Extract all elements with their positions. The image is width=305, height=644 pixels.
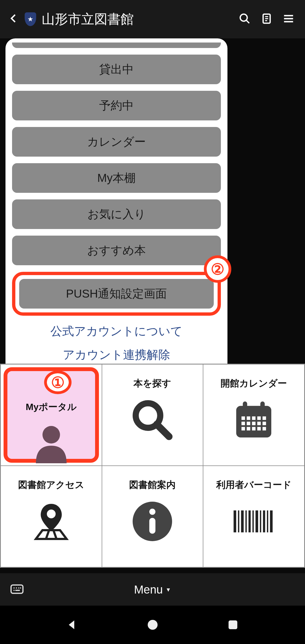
input-menu-bar: Menu ▼ [0, 573, 305, 606]
nav-back-icon[interactable] [64, 617, 80, 633]
svg-rect-23 [252, 422, 256, 425]
menu-item-myshelf[interactable]: My本棚 [12, 163, 221, 193]
svg-point-35 [149, 509, 155, 515]
bubble-top-edge [12, 43, 221, 48]
svg-rect-39 [241, 510, 244, 532]
keyboard-icon[interactable] [10, 582, 24, 597]
back-icon[interactable] [8, 11, 19, 27]
svg-point-50 [16, 587, 17, 589]
svg-rect-29 [257, 427, 261, 431]
grid-label: 図書館アクセス [18, 479, 84, 491]
svg-rect-40 [246, 510, 247, 532]
menu-item-favorites[interactable]: お気に入り [12, 199, 221, 229]
grid-cell-guide[interactable]: 図書館案内 [102, 466, 203, 567]
svg-point-51 [18, 587, 19, 589]
svg-point-55 [148, 620, 158, 630]
svg-line-1 [246, 20, 249, 23]
svg-rect-48 [11, 585, 23, 593]
svg-rect-14 [260, 402, 265, 410]
search-icon[interactable] [236, 13, 253, 26]
annotation-circle-1: ① [44, 371, 72, 394]
menu-bubble: 貸出中 予約中 カレンダー My本棚 お気に入り おすすめ本 ② PUSH通知設… [5, 38, 227, 381]
barcode-icon [232, 499, 276, 543]
svg-rect-36 [149, 518, 155, 534]
grid-label: Myポータル [26, 401, 77, 413]
svg-rect-44 [260, 510, 261, 532]
svg-rect-17 [247, 416, 250, 420]
svg-rect-45 [263, 510, 265, 532]
annotation-2-highlight: ② PUSH通知設定画面 [12, 272, 221, 316]
svg-line-32 [53, 530, 56, 539]
grid-label: 本を探す [133, 377, 171, 390]
svg-point-0 [240, 14, 247, 21]
annotation-circle-2: ② [204, 255, 231, 283]
menu-dropdown[interactable]: Menu ▼ [134, 583, 171, 596]
grid-menu: ① Myポータル 本を探す 開館カレンダー [0, 364, 305, 568]
grid-cell-access[interactable]: 図書館アクセス [1, 466, 102, 567]
document-icon[interactable] [258, 13, 275, 26]
menu-dropdown-label: Menu [134, 583, 163, 596]
svg-rect-13 [243, 402, 247, 410]
svg-rect-16 [241, 416, 245, 420]
menu-item-loans[interactable]: 貸出中 [12, 55, 221, 84]
grid-cell-myportal[interactable]: ① Myポータル [1, 364, 102, 466]
svg-rect-43 [256, 510, 258, 532]
svg-rect-21 [241, 422, 245, 425]
svg-rect-38 [238, 510, 240, 532]
svg-rect-22 [247, 422, 250, 425]
svg-rect-30 [263, 427, 266, 431]
menu-item-push-settings[interactable]: PUSH通知設定画面 [19, 279, 214, 309]
svg-point-53 [13, 590, 15, 591]
nav-recent-icon[interactable] [225, 617, 241, 633]
svg-point-52 [20, 587, 21, 589]
magnifier-icon [130, 398, 174, 442]
svg-rect-24 [257, 422, 261, 425]
svg-rect-54 [15, 590, 20, 591]
shield-star-icon: ★ [25, 12, 36, 26]
svg-line-11 [157, 424, 169, 437]
app-header: ★ 山形市立図書館 [0, 0, 305, 38]
svg-rect-26 [241, 427, 245, 431]
person-icon [29, 422, 73, 465]
grid-cell-search[interactable]: 本を探す [102, 364, 203, 466]
system-nav-bar [0, 606, 305, 644]
menu-item-calendar[interactable]: カレンダー [12, 127, 221, 157]
svg-point-49 [13, 587, 15, 589]
map-pin-icon [29, 499, 73, 543]
svg-rect-46 [267, 510, 268, 532]
nav-home-icon[interactable] [144, 617, 161, 633]
menu-item-recommended[interactable]: おすすめ本 [12, 236, 221, 265]
svg-rect-56 [229, 620, 237, 629]
svg-rect-18 [252, 416, 256, 420]
svg-point-9 [42, 426, 60, 444]
svg-rect-27 [247, 427, 250, 431]
caret-down-icon: ▼ [166, 587, 171, 593]
svg-rect-19 [257, 416, 261, 420]
svg-rect-25 [263, 422, 266, 425]
grid-label: 開館カレンダー [221, 377, 287, 390]
chat-area: 貸出中 予約中 カレンダー My本棚 お気に入り おすすめ本 ② PUSH通知設… [0, 38, 305, 381]
svg-rect-20 [263, 416, 266, 420]
menu-item-reservations[interactable]: 予約中 [12, 91, 221, 120]
grid-cell-calendar[interactable]: 開館カレンダー [203, 364, 304, 466]
svg-rect-47 [270, 510, 273, 532]
calendar-icon [232, 398, 276, 442]
svg-rect-37 [234, 510, 236, 532]
grid-cell-barcode[interactable]: 利用者バーコード [203, 466, 304, 567]
svg-point-33 [47, 510, 56, 518]
grid-label: 利用者バーコード [216, 479, 292, 491]
svg-rect-28 [252, 427, 256, 431]
link-about-account[interactable]: 公式アカウントについて [12, 323, 221, 339]
info-icon [130, 499, 174, 543]
svg-line-31 [46, 530, 49, 539]
svg-rect-42 [252, 510, 254, 532]
svg-rect-41 [249, 510, 251, 532]
page-title: 山形市立図書館 [42, 10, 231, 28]
link-unlink-account[interactable]: アカウント連携解除 [12, 347, 221, 363]
hamburger-menu-icon[interactable] [280, 13, 297, 26]
grid-label: 図書館案内 [129, 479, 176, 491]
